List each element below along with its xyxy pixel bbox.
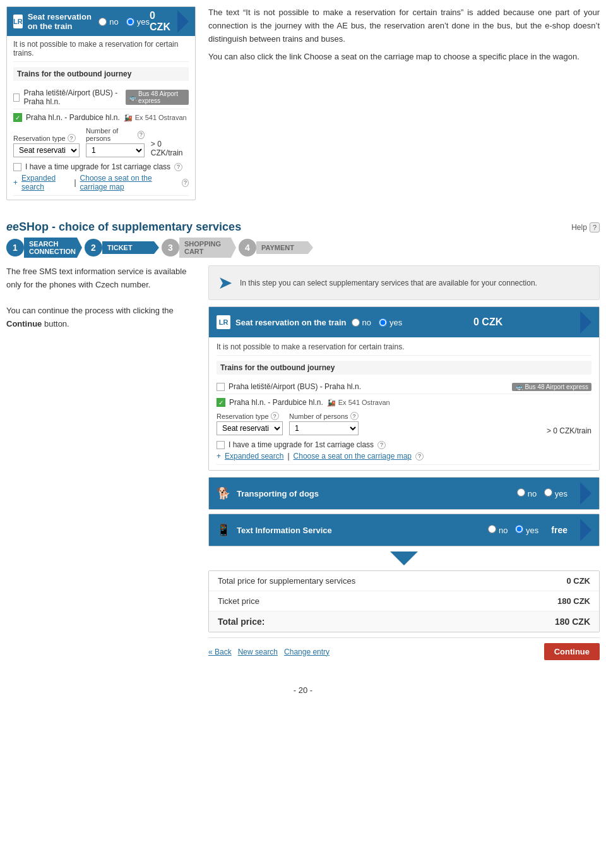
eshop-route-row-1: Praha letiště/Airport (BUS) - Praha hl.n… [217,380,591,394]
sms-radio-yes[interactable] [515,525,523,533]
seat-radio-yes-label[interactable]: yes [379,318,402,327]
eshop-route2-checkbox[interactable]: ✓ [217,398,225,407]
reservation-type-group: Reservation type ? Seat reservati [13,134,80,157]
eshop-route2-name: Praha hl.n. - Pardubice hl.n. [229,398,323,407]
seat-title: Seat reservation on the train [235,318,347,327]
route1-name: Praha letiště/Airport (BUS) - Praha hl.n… [23,88,126,106]
top-card-body: It is not possible to make a reservation… [7,36,195,200]
upgrade-label: I have a time upgrade for 1st carriage c… [25,162,170,171]
top-radio-no-label[interactable]: no [98,17,118,27]
eshop-expanded-search-link[interactable]: Expanded search [225,452,283,461]
eshop-route1-checkbox[interactable] [217,383,225,391]
eshop-route1-badge: 🚌 Bus 48 Airport express [512,383,591,391]
continue-button[interactable]: Continue [544,643,600,660]
dogs-radio-no[interactable] [517,488,525,497]
seat-reservation-card: LR Seat reservation on the train no yes [208,306,600,471]
supplementary-value: 0 CZK [566,576,590,586]
seat-radio-no-label[interactable]: no [352,318,371,327]
step-4-num: 4 [239,239,256,256]
sms-header: 📱 Text Information Service no yes [209,514,599,546]
sms-arrow-right [580,519,591,541]
train-icon: 🚂 [124,114,133,122]
change-entry-link[interactable]: Change entry [284,648,330,656]
ticket-label: Ticket price [218,596,259,606]
ticket-row: Ticket price 180 CZK [209,591,599,612]
sms-card: 📱 Text Information Service no yes [208,514,600,546]
sms-radio-no-label[interactable]: no [488,525,508,535]
sms-radio-no[interactable] [488,525,496,533]
eshop-train-row: ✓ Praha hl.n. - Pardubice hl.n. 🚂 Ex 541… [217,394,591,465]
upgrade-help[interactable]: ? [174,163,182,171]
middle-left-text: The free SMS text information service is… [6,265,196,665]
top-radio-yes-label[interactable]: yes [126,17,150,27]
eshop-reservation-type-label: Reservation type [217,413,269,420]
expanded-search-row: + Expanded search | Choose a seat on the… [13,174,189,191]
step-3[interactable]: 3 SHOPPINGCART [162,238,236,258]
total-value: 180 CZK [555,617,590,627]
seat-not-possible: It is not possible to make a reservation… [217,342,591,356]
dogs-card: 🐕 Transporting of dogs no yes [208,477,600,510]
eshop-header: eeSHop - choice of supplementary service… [6,218,600,238]
eshop-title: eeSHop - choice of supplementary service… [6,220,241,234]
eshop-expanded-row: + Expanded search | Choose a seat on the… [217,452,591,461]
down-arrow-icon [390,552,418,565]
seat-radio-yes[interactable] [379,318,387,327]
step-1-num: 1 [6,239,24,256]
top-radio-no[interactable] [98,18,107,26]
dogs-radio-no-label[interactable]: no [517,488,537,498]
eshop-upgrade-help[interactable]: ? [377,441,386,449]
dogs-header: 🐕 Transporting of dogs no yes [209,478,599,509]
choose-seat-link[interactable]: Choose a seat on the carriage map [80,174,178,191]
reservation-type-label: Reservation type [13,135,66,142]
route1-bus-badge: 🚌 Bus 48 Airport express [126,90,189,105]
seat-card-price: 0 CZK [473,316,502,328]
expanded-plus-btn[interactable]: + [13,178,18,187]
back-link[interactable]: « Back [208,648,232,656]
sms-price: free [551,525,567,535]
step-4[interactable]: 4 PAYMENT [239,239,313,256]
route2-checkbox[interactable]: ✓ [13,113,22,122]
step-1-label: SEARCHCONNECTION [24,238,82,258]
step-1[interactable]: 1 SEARCHCONNECTION [6,238,82,258]
supplementary-row: Total price for supplementary services 0… [209,571,599,591]
eshop-persons-help[interactable]: ? [350,412,359,420]
eshop-persons-select[interactable]: 1 [289,421,359,435]
down-arrow-container [208,552,600,565]
eshop-upgrade-row: I have a time upgrade for 1st carriage c… [217,440,591,449]
eshop-choose-seat-help[interactable]: ? [415,452,424,461]
eshop-expanded-plus[interactable]: + [217,452,221,461]
eshop-upgrade-checkbox[interactable] [217,441,225,449]
step-2[interactable]: 2 TICKET [85,239,159,256]
seat-radio-no[interactable] [352,318,360,327]
info-box: ➤ In this step you can select supplement… [208,265,600,300]
help-button[interactable]: ? [590,222,600,232]
choose-seat-help[interactable]: ? [182,179,189,187]
help-label: Help [571,223,587,232]
eshop-reservation-select[interactable]: Seat reservati [217,421,283,435]
new-search-link[interactable]: New search [238,648,278,656]
dogs-radio-yes[interactable] [544,488,552,497]
persons-select[interactable]: 1 [86,143,145,157]
reservation-type-help[interactable]: ? [68,134,76,142]
eshop-route1-name: Praha letiště/Airport (BUS) - Praha hl.n… [229,382,361,391]
expanded-search-link[interactable]: Expanded search [21,174,70,191]
supplementary-label: Total price for supplementary services [218,576,355,586]
eshop-reservation-help[interactable]: ? [271,412,279,420]
step-4-label: PAYMENT [256,241,313,254]
sms-title: Text Information Service [237,526,482,535]
persons-help[interactable]: ? [138,131,145,139]
bottom-nav: « Back New search Change entry Continue [208,637,600,665]
seat-card-body: It is not possible to make a reservation… [209,337,599,470]
sms-radio-yes-label[interactable]: yes [515,525,538,535]
route1-checkbox[interactable] [13,93,20,102]
top-radio-yes[interactable] [126,18,134,26]
reservation-type-select[interactable]: Seat reservati [13,143,80,157]
route2-badge: 🚂 Ex 541 Ostravan [124,114,187,122]
eshop-persons-group: Number of persons ? 1 [289,412,359,435]
upgrade-checkbox[interactable] [13,163,21,171]
eshop-choose-seat-link[interactable]: Choose a seat on the carriage map [294,452,412,461]
dogs-title: Transporting of dogs [237,489,511,498]
eshop-route2-badge: 🚂 Ex 541 Ostravan [327,399,390,407]
outbound-section: Trains for the outbound journey [217,361,591,375]
dogs-radio-yes-label[interactable]: yes [544,488,567,498]
